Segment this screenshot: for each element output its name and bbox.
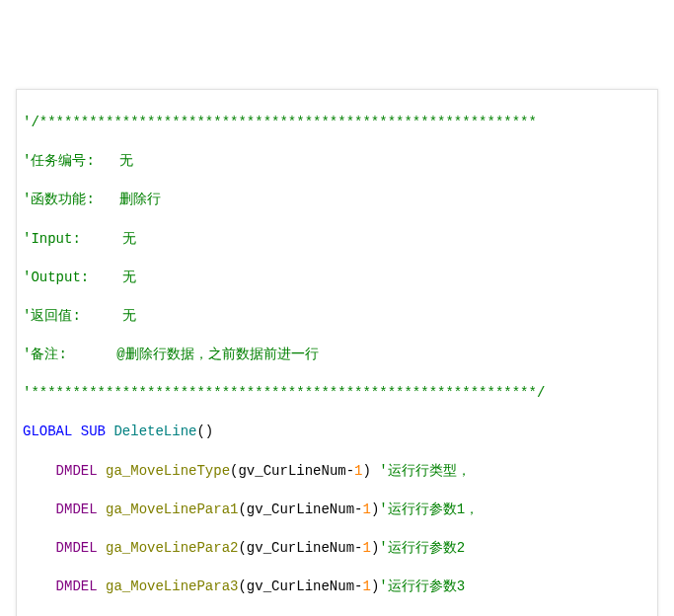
- code-line: 'Input: 无: [23, 230, 651, 250]
- comment-value: 无: [122, 308, 136, 324]
- variable: gv_CurLineNum: [247, 501, 354, 517]
- code-line: DMDEL ga_MoveLinePara2(gv_CurLineNum-1)'…: [23, 539, 651, 559]
- comment: '运行行参数2: [379, 540, 465, 556]
- parens: (): [196, 424, 213, 439]
- number: 1: [354, 463, 362, 479]
- variable: gv_CurLineNum: [247, 578, 354, 594]
- comment-stars: '/**************************************…: [23, 115, 537, 130]
- code-line: '备注: @删除行数据，之前数据前进一行: [23, 346, 651, 365]
- number: 1: [362, 540, 370, 556]
- number: 1: [362, 501, 370, 517]
- code-line: '返回值: 无: [23, 307, 651, 327]
- number: 1: [362, 578, 370, 594]
- sub-name: DeleteLine: [113, 424, 196, 439]
- array-name: ga_MoveLinePara3: [106, 578, 238, 594]
- array-name: ga_MoveLinePara1: [106, 501, 238, 517]
- array-name: ga_MoveLinePara2: [106, 540, 238, 556]
- code-block: '/**************************************…: [16, 89, 658, 616]
- variable: gv_CurLineNum: [238, 463, 345, 479]
- code-line: '任务编号: 无: [23, 152, 651, 172]
- comment-label: 'Output:: [23, 270, 89, 285]
- keyword-dmdel: DMDEL: [56, 501, 98, 517]
- code-line: DMDEL ga_MoveLinePara1(gv_CurLineNum-1)'…: [23, 500, 651, 520]
- keyword-global-sub: GLOBAL SUB: [23, 424, 106, 439]
- comment-label: '返回值:: [23, 308, 81, 324]
- array-name: ga_MoveLineType: [106, 463, 230, 479]
- comment-value: 无: [122, 231, 136, 247]
- comment: '运行行参数1，: [379, 501, 479, 517]
- code-line: '函数功能: 删除行: [23, 191, 651, 210]
- code-line: GLOBAL SUB DeleteLine(): [23, 423, 651, 442]
- variable: gv_CurLineNum: [247, 540, 354, 556]
- comment-value: 无: [122, 270, 136, 285]
- comment-value: 无: [119, 153, 133, 169]
- keyword-dmdel: DMDEL: [56, 578, 98, 594]
- comment: '运行行类型，: [379, 463, 470, 479]
- comment-label: '备注:: [23, 346, 67, 362]
- comment-stars: '***************************************…: [23, 385, 545, 401]
- code-line: DMDEL ga_MoveLineType(gv_CurLineNum-1) '…: [23, 462, 651, 482]
- code-line: 'Output: 无: [23, 269, 651, 288]
- keyword-dmdel: DMDEL: [56, 540, 98, 556]
- code-line: '***************************************…: [23, 384, 651, 404]
- comment-label: '任务编号:: [23, 153, 95, 169]
- comment: '运行行参数3: [379, 578, 465, 594]
- comment-value: @删除行数据，之前数据前进一行: [116, 346, 318, 362]
- code-line: DMDEL ga_MoveLinePara3(gv_CurLineNum-1)'…: [23, 578, 651, 597]
- code-line: '/**************************************…: [23, 114, 651, 133]
- comment-label: 'Input:: [23, 231, 81, 247]
- keyword-dmdel: DMDEL: [56, 463, 98, 479]
- operator: -: [346, 463, 354, 479]
- comment-label: '函数功能:: [23, 192, 95, 207]
- comment-value: 删除行: [119, 192, 161, 207]
